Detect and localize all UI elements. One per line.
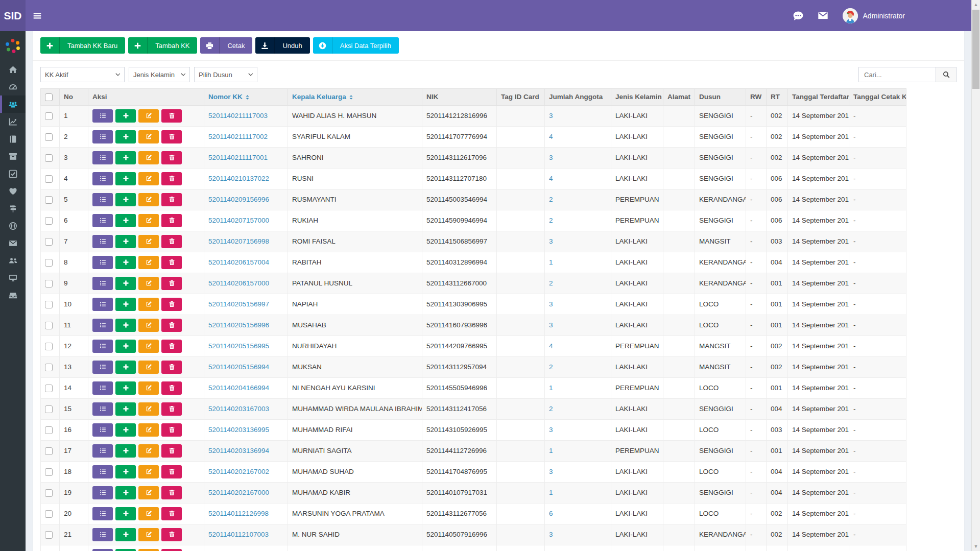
- nomor-kk-link[interactable]: 5201140205156997: [208, 300, 269, 308]
- row-checkbox[interactable]: [45, 259, 53, 267]
- row-checkbox[interactable]: [45, 301, 53, 308]
- jumlah-anggota-link[interactable]: 3: [549, 154, 553, 161]
- jumlah-anggota-link[interactable]: 6: [549, 510, 553, 517]
- action-add-button[interactable]: [115, 423, 136, 437]
- action-edit-button[interactable]: [138, 340, 159, 353]
- action-add-button[interactable]: [115, 235, 136, 248]
- action-delete-button[interactable]: [161, 277, 182, 290]
- jumlah-anggota-link[interactable]: 1: [549, 447, 553, 454]
- column-header-kepala-keluarga[interactable]: Kepala Keluarga: [288, 89, 422, 106]
- action-add-button[interactable]: [115, 465, 136, 478]
- sidebar-item-chart-line[interactable]: [0, 113, 26, 130]
- action-add-button[interactable]: [115, 193, 136, 206]
- action-edit-button[interactable]: [138, 256, 159, 269]
- jumlah-anggota-link[interactable]: 3: [549, 468, 553, 475]
- action-detail-button[interactable]: [92, 193, 113, 206]
- action-add-button[interactable]: [115, 507, 136, 520]
- sidebar-item-heart[interactable]: [0, 182, 26, 200]
- action-add-button[interactable]: [115, 402, 136, 416]
- action-edit-button[interactable]: [138, 381, 159, 395]
- action-add-button[interactable]: [115, 486, 136, 499]
- action-delete-button[interactable]: [161, 402, 182, 416]
- scroll-down-arrow[interactable]: ▼: [972, 542, 980, 550]
- scrollbar-thumb[interactable]: [972, 10, 979, 89]
- dusun-select[interactable]: Pilih Dusun: [194, 67, 257, 82]
- sidebar-item-home[interactable]: [0, 61, 26, 78]
- row-checkbox[interactable]: [45, 510, 53, 518]
- row-checkbox[interactable]: [45, 175, 53, 183]
- action-detail-button[interactable]: [92, 423, 113, 437]
- action-edit-button[interactable]: [138, 361, 159, 374]
- jumlah-anggota-link[interactable]: 3: [549, 531, 553, 538]
- row-checkbox[interactable]: [45, 426, 53, 434]
- row-checkbox[interactable]: [45, 447, 53, 455]
- nomor-kk-link[interactable]: 5201140202167002: [208, 468, 269, 475]
- tambah-kk-baru-button[interactable]: Tambah KK Baru: [40, 37, 125, 54]
- sidebar-item-signpost[interactable]: [0, 200, 26, 217]
- row-checkbox[interactable]: [45, 343, 53, 350]
- action-edit-button[interactable]: [138, 235, 159, 248]
- action-add-button[interactable]: [115, 319, 136, 332]
- action-detail-button[interactable]: [92, 151, 113, 164]
- action-detail-button[interactable]: [92, 298, 113, 311]
- action-add-button[interactable]: [115, 172, 136, 185]
- row-checkbox[interactable]: [45, 468, 53, 476]
- nomor-kk-link[interactable]: 5201140203167003: [208, 405, 269, 413]
- action-delete-button[interactable]: [161, 235, 182, 248]
- action-edit-button[interactable]: [138, 444, 159, 458]
- action-detail-button[interactable]: [92, 340, 113, 353]
- jumlah-anggota-link[interactable]: 3: [549, 112, 553, 119]
- action-edit-button[interactable]: [138, 109, 159, 123]
- search-input[interactable]: [858, 67, 936, 82]
- action-edit-button[interactable]: [138, 549, 159, 551]
- action-edit-button[interactable]: [138, 423, 159, 437]
- row-checkbox[interactable]: [45, 322, 53, 329]
- row-checkbox[interactable]: [45, 385, 53, 392]
- action-add-button[interactable]: [115, 381, 136, 395]
- cetak-button[interactable]: Cetak: [200, 37, 252, 54]
- jumlah-anggota-link[interactable]: 2: [549, 196, 553, 203]
- action-detail-button[interactable]: [92, 507, 113, 520]
- action-edit-button[interactable]: [138, 277, 159, 290]
- sidebar-item-user-group[interactable]: [0, 252, 26, 269]
- jumlah-anggota-link[interactable]: 2: [549, 363, 553, 371]
- action-delete-button[interactable]: [161, 151, 182, 164]
- action-edit-button[interactable]: [138, 193, 159, 206]
- nomor-kk-link[interactable]: 5201140205156995: [208, 342, 269, 350]
- action-edit-button[interactable]: [138, 172, 159, 185]
- brand-logo[interactable]: SID: [0, 0, 26, 31]
- unduh-button[interactable]: Unduh: [255, 37, 309, 54]
- action-delete-button[interactable]: [161, 528, 182, 541]
- row-checkbox[interactable]: [45, 531, 53, 539]
- action-detail-button[interactable]: [92, 214, 113, 227]
- row-checkbox[interactable]: [45, 280, 53, 288]
- nomor-kk-link[interactable]: 5201140205156994: [208, 363, 269, 371]
- action-edit-button[interactable]: [138, 319, 159, 332]
- action-detail-button[interactable]: [92, 235, 113, 248]
- action-add-button[interactable]: [115, 528, 136, 541]
- aksi-data-terpilih-button[interactable]: Aksi Data Terpilih: [313, 37, 399, 54]
- action-delete-button[interactable]: [161, 444, 182, 458]
- action-detail-button[interactable]: [92, 549, 113, 551]
- action-edit-button[interactable]: [138, 151, 159, 164]
- action-edit-button[interactable]: [138, 528, 159, 541]
- messages-button[interactable]: [793, 11, 803, 21]
- jumlah-anggota-link[interactable]: 1: [549, 258, 553, 266]
- nomor-kk-link[interactable]: 5201140211117003: [208, 112, 268, 119]
- column-header-nomor-kk[interactable]: Nomor KK: [204, 89, 288, 106]
- mail-button[interactable]: [818, 10, 828, 21]
- action-detail-button[interactable]: [92, 277, 113, 290]
- row-checkbox[interactable]: [45, 364, 53, 371]
- action-add-button[interactable]: [115, 130, 136, 143]
- jumlah-anggota-link[interactable]: 3: [549, 237, 553, 245]
- row-checkbox[interactable]: [45, 238, 53, 246]
- action-detail-button[interactable]: [92, 319, 113, 332]
- action-delete-button[interactable]: [161, 486, 182, 499]
- action-detail-button[interactable]: [92, 381, 113, 395]
- action-edit-button[interactable]: [138, 298, 159, 311]
- action-delete-button[interactable]: [161, 319, 182, 332]
- sidebar-item-inbox[interactable]: [0, 286, 26, 304]
- action-delete-button[interactable]: [161, 298, 182, 311]
- nomor-kk-link[interactable]: 5201140206157000: [208, 279, 269, 287]
- action-delete-button[interactable]: [161, 423, 182, 437]
